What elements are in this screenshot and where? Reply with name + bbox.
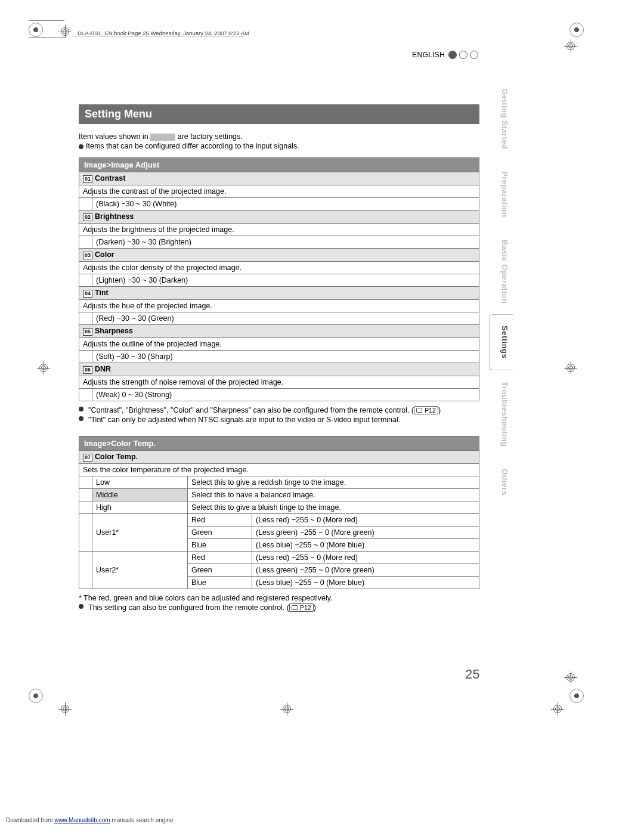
setting-number-icon: 02	[83, 213, 92, 221]
indent-spacer	[79, 312, 92, 325]
setting-row-header: 03Color	[79, 249, 479, 262]
setting-row-header: 01Contrast	[79, 172, 479, 185]
channel-range: (Less green) −255 ~ 0 (More green)	[252, 564, 479, 577]
setting-row-header: 05Sharpness	[79, 325, 479, 338]
setting-description: Adjusts the color density of the project…	[79, 262, 479, 274]
print-header-meta: DLA-RS1_EN.book Page 25 Wednesday, Janua…	[78, 30, 519, 36]
setting-row-header: 07Color Temp.	[79, 451, 479, 464]
channel-label: Blue	[188, 577, 252, 589]
color-temp-table: 07Color Temp.Sets the color temperature …	[79, 450, 479, 589]
setting-description: Adjusts the outline of the projected ima…	[79, 338, 479, 351]
setting-number-icon: 04	[83, 290, 92, 298]
setting-row-header: 02Brightness	[79, 210, 479, 224]
note-text: "Tint" can only be adjusted when NTSC si…	[88, 416, 400, 424]
option-description: Select this to have a balanced image.	[188, 489, 479, 501]
lang-dot-icon	[470, 51, 478, 59]
indent-spacer	[79, 489, 92, 501]
option-description: Select this to give a reddish tinge to t…	[188, 476, 479, 489]
setting-range: (Lighten) −30 ~ 30 (Darken)	[92, 274, 479, 287]
lang-dot-icon	[459, 51, 467, 59]
setting-range: (Black) −30 ~ 30 (White)	[92, 198, 479, 210]
page-ref-icon: P12	[289, 603, 314, 612]
register-target-icon	[280, 702, 293, 716]
intro-text: Items that can be configured differ acco…	[79, 142, 479, 150]
subsection-header: Image>Color Temp.	[79, 436, 479, 450]
indent-spacer	[79, 552, 92, 589]
channel-label: Red	[188, 514, 252, 527]
section-tab[interactable]: Settings	[489, 314, 513, 370]
option-label: High	[92, 501, 188, 514]
channel-range: (Less red) −255 ~ 0 (More red)	[252, 552, 479, 564]
option-label: Middle	[92, 489, 188, 501]
setting-range: (Darken) −30 ~ 30 (Brighten)	[92, 236, 479, 249]
setting-number-icon: 06	[83, 366, 92, 374]
lang-dot-icon	[448, 51, 457, 59]
register-target-icon	[37, 361, 50, 374]
image-adjust-notes: "Contrast", "Brightness", "Color" and "S…	[79, 406, 479, 424]
intro-text: Item values shown in are factory setting…	[79, 132, 479, 141]
setting-description: Adjusts the contrast of the projected im…	[79, 185, 479, 198]
channel-range: (Less blue) −255 ~ 0 (More blue)	[252, 539, 479, 552]
language-label: ENGLISH	[412, 51, 445, 59]
setting-row-header: 06DNR	[79, 363, 479, 376]
register-target-icon	[564, 361, 577, 374]
setting-range: (Weak) 0 ~ 30 (Strong)	[92, 389, 479, 401]
manualslib-link[interactable]: www.Manualslib.com	[54, 817, 110, 823]
channel-label: Blue	[188, 539, 252, 552]
bullet-icon	[79, 144, 83, 149]
registration-mark-icon	[29, 23, 43, 37]
setting-range: (Red) −30 ~ 30 (Green)	[92, 312, 479, 325]
indent-spacer	[79, 198, 92, 210]
image-adjust-table: 01ContrastAdjusts the contrast of the pr…	[79, 172, 479, 401]
language-indicator: ENGLISH	[328, 51, 478, 59]
footnote-text: This setting can also be configured from…	[88, 603, 316, 612]
indent-spacer	[79, 476, 92, 489]
note-text: "Contrast", "Brightness", "Color" and "S…	[88, 406, 441, 414]
indent-spacer	[79, 514, 92, 552]
page-number: 25	[465, 667, 479, 682]
setting-description: Adjusts the strength of noise removal of…	[79, 376, 479, 389]
channel-range: (Less red) −255 ~ 0 (More red)	[252, 514, 479, 527]
channel-range: (Less green) −255 ~ 0 (More green)	[252, 527, 479, 539]
register-target-icon	[551, 702, 564, 716]
subsection-header: Image>Image Adjust	[79, 157, 479, 172]
setting-number-icon: 01	[83, 175, 92, 183]
section-title: Setting Menu	[79, 104, 479, 124]
color-temp-notes: * The red, green and blue colors can be …	[79, 594, 479, 612]
option-label: User2*	[92, 552, 188, 589]
setting-range: (Soft) −30 ~ 30 (Sharp)	[92, 351, 479, 363]
bullet-icon	[79, 604, 83, 609]
indent-spacer	[79, 389, 92, 401]
channel-range: (Less blue) −255 ~ 0 (More blue)	[252, 577, 479, 589]
option-description: Select this to give a bluish tinge to th…	[188, 501, 479, 514]
setting-description: Sets the color temperature of the projec…	[79, 464, 479, 476]
download-attribution: Downloaded from www.Manualslib.com manua…	[6, 817, 174, 823]
option-label: Low	[92, 476, 188, 489]
page-ref-icon: P12	[414, 406, 438, 414]
indent-spacer	[79, 351, 92, 363]
setting-row-header: 04Tint	[79, 287, 479, 300]
registration-mark-icon	[29, 689, 43, 703]
channel-label: Green	[188, 527, 252, 539]
channel-label: Red	[188, 552, 252, 564]
indent-spacer	[79, 236, 92, 249]
registration-mark-icon	[569, 23, 584, 37]
default-swatch-icon	[150, 134, 175, 141]
option-label: User1*	[92, 514, 188, 552]
setting-number-icon: 05	[83, 328, 92, 336]
setting-number-icon: 03	[83, 252, 92, 259]
register-target-icon	[58, 702, 72, 716]
setting-description: Adjusts the brightness of the projected …	[79, 224, 479, 236]
section-tab[interactable]: Basic Operation	[489, 228, 513, 314]
section-tab[interactable]: Others	[489, 457, 513, 506]
footnote-asterisk: * The red, green and blue colors can be …	[79, 594, 333, 602]
register-target-icon	[564, 671, 577, 684]
setting-description: Adjusts the hue of the projected image.	[79, 300, 479, 312]
section-tab[interactable]: Troubleshooting	[489, 370, 513, 457]
registration-mark-icon	[569, 689, 584, 703]
indent-spacer	[79, 501, 92, 514]
indent-spacer	[79, 274, 92, 287]
section-tab[interactable]: Getting Started	[489, 78, 513, 160]
setting-number-icon: 07	[83, 454, 92, 462]
section-tab[interactable]: Preparation	[489, 160, 513, 228]
